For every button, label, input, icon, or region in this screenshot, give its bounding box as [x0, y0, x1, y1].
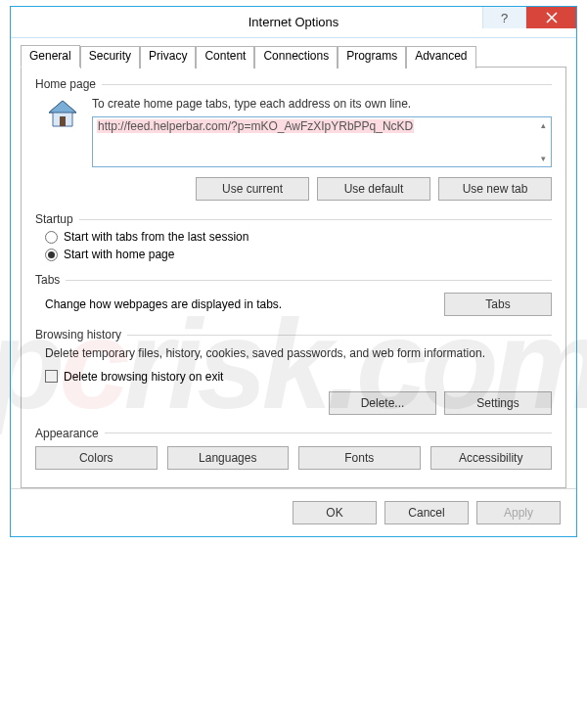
home-icon: [45, 97, 80, 167]
use-current-button[interactable]: Use current: [196, 177, 309, 201]
tab-content[interactable]: Content: [196, 46, 254, 68]
cancel-button[interactable]: Cancel: [384, 501, 469, 524]
accessibility-button[interactable]: Accessibility: [430, 446, 553, 470]
colors-button[interactable]: Colors: [35, 446, 158, 470]
home-page-label: Home page: [35, 77, 552, 91]
titlebar: Internet Options ?: [11, 7, 576, 38]
home-page-url: http://feed.helperbar.com/?p=mKO_AwFzXIp…: [97, 119, 414, 133]
use-new-tab-button[interactable]: Use new tab: [438, 177, 552, 201]
browsing-history-desc: Delete temporary files, history, cookies…: [45, 345, 542, 362]
tab-programs[interactable]: Programs: [338, 46, 406, 68]
startup-home-page-radio[interactable]: Start with home page: [45, 248, 552, 261]
general-panel: Home page To create home page tabs, type…: [21, 68, 566, 488]
ok-button[interactable]: OK: [293, 501, 377, 524]
tabs-button[interactable]: Tabs: [444, 293, 552, 316]
checkbox-icon: [45, 370, 58, 383]
tab-general[interactable]: General: [21, 45, 80, 68]
svg-rect-2: [60, 116, 66, 126]
svg-marker-1: [49, 101, 76, 113]
dialog-footer: OK Cancel Apply: [11, 488, 576, 536]
fonts-button[interactable]: Fonts: [298, 446, 421, 470]
title-controls: ?: [482, 7, 576, 37]
close-button[interactable]: [525, 7, 576, 28]
settings-button[interactable]: Settings: [444, 391, 552, 415]
tabs-label: Tabs: [35, 273, 552, 287]
startup-group: Startup Start with tabs from the last se…: [35, 212, 552, 261]
use-default-button[interactable]: Use default: [317, 177, 430, 201]
internet-options-window: Internet Options ? General Security Priv…: [10, 6, 577, 537]
close-icon: [546, 12, 558, 23]
delete-button[interactable]: Delete...: [329, 391, 436, 415]
tab-privacy[interactable]: Privacy: [140, 46, 196, 68]
appearance-group: Appearance Colors Languages Fonts Access…: [35, 427, 552, 470]
browsing-history-group: Browsing history Delete temporary files,…: [35, 328, 552, 415]
delete-on-exit-checkbox[interactable]: Delete browsing history on exit: [45, 370, 552, 384]
home-page-group: Home page To create home page tabs, type…: [35, 77, 552, 201]
tab-strip: General Security Privacy Content Connect…: [21, 44, 566, 68]
scroll-down-icon[interactable]: ▾: [536, 152, 550, 165]
home-page-input[interactable]: http://feed.helperbar.com/?p=mKO_AwFzXIp…: [92, 116, 552, 167]
tab-connections[interactable]: Connections: [254, 46, 338, 68]
tab-security[interactable]: Security: [80, 46, 140, 68]
tabs-desc: Change how webpages are displayed in tab…: [45, 297, 444, 311]
browsing-history-label: Browsing history: [35, 328, 552, 341]
tabs-group: Tabs Change how webpages are displayed i…: [35, 273, 552, 316]
radio-icon: [45, 231, 58, 244]
scroll-up-icon[interactable]: ▴: [536, 118, 550, 132]
languages-button[interactable]: Languages: [167, 446, 290, 470]
radio-icon: [45, 249, 58, 261]
tab-advanced[interactable]: Advanced: [406, 46, 475, 68]
startup-last-session-radio[interactable]: Start with tabs from the last session: [45, 230, 552, 244]
apply-button[interactable]: Apply: [476, 501, 561, 524]
content-area: General Security Privacy Content Connect…: [11, 38, 576, 488]
startup-label: Startup: [35, 212, 552, 226]
help-button[interactable]: ?: [482, 7, 525, 28]
appearance-label: Appearance: [35, 427, 552, 440]
home-page-desc: To create home page tabs, type each addr…: [92, 97, 552, 111]
